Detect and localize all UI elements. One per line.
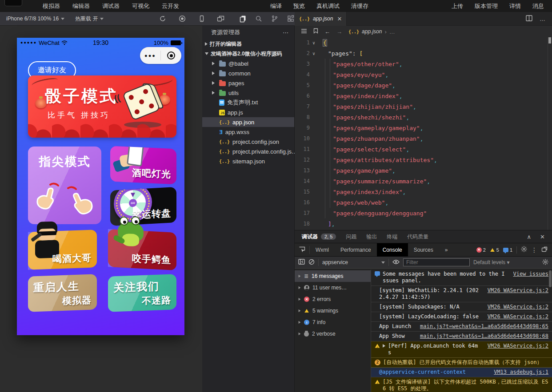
panel-toggle-icon[interactable] — [298, 259, 305, 266]
popout-icon[interactable] — [541, 246, 548, 253]
follow-us-card[interactable]: 关注我们 不迷路 — [108, 274, 176, 312]
split-editor-icon[interactable] — [526, 15, 532, 23]
menu-item-详情[interactable]: 详情 — [509, 2, 521, 10]
explorer-item-app.js[interactable]: JSapp.js — [202, 107, 294, 117]
menu-item-云开发[interactable]: 云开发 — [162, 2, 179, 10]
context-selector[interactable]: appservice — [322, 259, 385, 265]
inspect-element-icon[interactable] — [295, 246, 310, 254]
explorer-more-icon[interactable]: ⋯ — [283, 29, 289, 36]
menu-item-上传[interactable]: 上传 — [452, 2, 463, 10]
explorer-item-utils[interactable]: utils — [202, 88, 294, 98]
fold-chevron-icon[interactable]: ∨ — [310, 40, 318, 45]
restart-life-card[interactable]: 重启人生 模拟器 — [28, 274, 97, 312]
console-scrollbar[interactable] — [549, 270, 552, 287]
device-selector[interactable]: iPhone 6/7/8 100% 16 — [6, 16, 64, 22]
source-link[interactable]: View issues — [513, 271, 548, 277]
explorer-item-project.private.config.js…[interactable]: {..}project.private.config.js… — [202, 147, 294, 156]
console-settings-gear-icon[interactable] — [542, 259, 548, 266]
nav-back-icon[interactable]: ← — [324, 28, 330, 35]
explorer-item-免责声明.txt[interactable]: 免责声明.txt — [202, 98, 294, 107]
hot-reload-selector[interactable]: 热重载 开 — [75, 15, 104, 23]
expand-icon[interactable] — [383, 344, 385, 348]
console-filter-7-info[interactable]: i7 info — [295, 317, 371, 328]
nav-forward-icon[interactable]: → — [336, 28, 342, 35]
bookmark-icon[interactable] — [313, 28, 318, 35]
source-link[interactable]: VM26 WAService.js:2 — [488, 287, 548, 294]
menu-item-版本管理[interactable]: 版本管理 — [475, 2, 498, 10]
menu-item-真机调试[interactable]: 真机调试 — [316, 2, 340, 10]
more-dots-icon[interactable]: ●●● — [140, 53, 160, 58]
message-count-badge[interactable]: 1 — [503, 247, 512, 253]
menu-item-清缓存[interactable]: 清缓存 — [351, 2, 368, 10]
close-tab-icon[interactable]: ✕ — [337, 16, 342, 22]
search-icon[interactable] — [252, 12, 265, 26]
fold-chevron-icon[interactable]: ∨ — [310, 51, 318, 56]
more-actions-icon[interactable]: … — [540, 16, 546, 22]
dice-mode-banner[interactable]: 骰子模式 比手气 拼技巧 (( — [28, 75, 176, 138]
tabs-overflow-icon[interactable]: » — [439, 243, 454, 257]
menu-item-预览[interactable]: 预览 — [293, 2, 305, 10]
multi-window-icon[interactable] — [214, 12, 227, 26]
menu-item-调试器[interactable]: 调试器 — [102, 2, 120, 10]
record-icon[interactable] — [176, 12, 189, 26]
editor-scrollbar[interactable] — [548, 37, 552, 230]
code-content[interactable]: 1∨{2∨"pages": [3"pages/other/other",4"pa… — [295, 37, 548, 230]
devtools-tab-sources[interactable]: Sources — [408, 243, 439, 257]
source-link[interactable]: main.js?t=wechat&s=1…a6a5d6de6443d698:65 — [420, 323, 548, 330]
source-link[interactable]: VM26 WAService.js:2 — [488, 343, 548, 349]
debugger-tab-调试器[interactable]: 调试器2, 5 — [302, 233, 336, 241]
explorer-item-project.config.json[interactable]: {..}project.config.json — [202, 137, 294, 147]
drink-bro-card[interactable]: 喝酒大哥 — [28, 230, 97, 269]
tab-app-json[interactable]: {..} app.json ✕ — [295, 12, 347, 26]
clear-console-icon[interactable] — [308, 259, 315, 266]
explorer-item-app.wxss[interactable]: Ǝapp.wxss — [202, 127, 294, 137]
source-link[interactable]: main.js?t=wechat&s=1…a6a5d6de6443d698:68 — [420, 333, 548, 340]
eye-icon[interactable] — [392, 259, 400, 266]
refresh-icon[interactable] — [156, 12, 169, 26]
explorer-files-icon[interactable] — [236, 12, 249, 26]
crocodile-card[interactable]: 咬手鳄鱼 — [108, 229, 176, 270]
error-count-badge[interactable]: ✕2 — [476, 247, 486, 253]
source-link[interactable]: VM13 asdebug.js:1 — [494, 369, 548, 376]
git-branch-icon[interactable] — [268, 12, 281, 26]
breadcrumb-more[interactable]: … — [389, 28, 395, 35]
breadcrumb-file[interactable]: app.json — [362, 28, 382, 35]
menu-item-可视化[interactable]: 可视化 — [132, 2, 149, 10]
source-link[interactable]: VM26 WAService.js:2 — [488, 304, 548, 310]
debugger-tab-问题[interactable]: 问题 — [346, 233, 356, 241]
devtools-tab-performance[interactable]: Performance — [335, 243, 377, 257]
explorer-item-pages[interactable]: pages — [202, 78, 294, 88]
home-target-icon[interactable] — [161, 51, 181, 59]
bar-light-card[interactable]: 酒吧灯光 — [110, 146, 176, 185]
console-filter-16-messages[interactable]: ≣16 messages — [295, 270, 371, 282]
console-filter-5-warnings[interactable]: 5 warnings — [295, 305, 371, 317]
warning-count-badge[interactable]: 5 — [490, 247, 499, 253]
log-levels-selector[interactable]: Default levels ▾ — [473, 259, 509, 265]
explorer-item-app.json[interactable]: {..}app.json — [202, 117, 294, 127]
settings-gear-icon[interactable] — [521, 246, 527, 253]
open-editors-section[interactable]: 打开的编辑器 — [202, 39, 294, 49]
close-panel-icon[interactable]: ✕ — [540, 234, 545, 240]
outline-icon[interactable] — [301, 28, 307, 35]
console-filter-11-user-mes…[interactable]: 11 user mes… — [295, 282, 371, 293]
source-link[interactable]: VM26 WAService.js:2 — [488, 313, 548, 320]
debugger-tab-代码质量[interactable]: 代码质量 — [407, 233, 428, 241]
more-vertical-icon[interactable]: ⋮ — [531, 246, 537, 253]
fingertip-mode-card[interactable]: 指尖模式 — [28, 147, 101, 224]
explorer-item-@babel[interactable]: @babel — [202, 59, 294, 68]
menu-item-编译[interactable]: 编译 — [270, 2, 282, 10]
menu-item-消息[interactable]: 消息 — [532, 2, 544, 10]
devtools-tab-wxml[interactable]: Wxml — [310, 243, 335, 257]
console-filter-2-verbose[interactable]: 2 verbose — [295, 328, 371, 340]
menu-item-模拟器[interactable]: 模拟器 — [43, 2, 60, 10]
collapse-panel-icon[interactable]: ∧ — [527, 234, 532, 240]
console-filter-input[interactable] — [403, 258, 470, 266]
phone-device-icon[interactable] — [195, 12, 208, 26]
project-root[interactable]: 发喝酒神器2.0微信小程序源码 — [202, 49, 294, 59]
debugger-tab-终端[interactable]: 终端 — [387, 233, 397, 241]
menu-item-编辑器[interactable]: 编辑器 — [72, 2, 90, 10]
devtools-tab-console[interactable]: Console — [377, 243, 408, 257]
console-filter-2-errors[interactable]: ✕2 errors — [295, 293, 371, 305]
explorer-item-common[interactable]: common — [202, 68, 294, 78]
debugger-tab-输出[interactable]: 输出 — [366, 233, 377, 241]
